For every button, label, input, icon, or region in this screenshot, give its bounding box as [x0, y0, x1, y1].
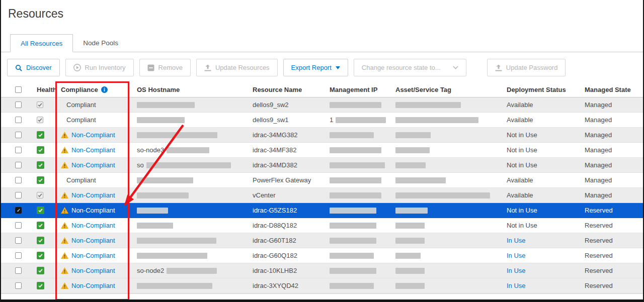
row-checkbox[interactable]: [15, 117, 22, 123]
resource-name: vCenter: [253, 191, 276, 199]
redacted-os-hostname: [167, 147, 209, 153]
update-resources-button[interactable]: Update Resources: [196, 59, 278, 76]
redacted-management-ip: [336, 117, 386, 123]
managed-state: Managed: [585, 131, 612, 139]
deployment-status[interactable]: In Use: [507, 282, 526, 289]
row-checkbox[interactable]: [15, 222, 22, 229]
health-check-icon: [37, 237, 44, 244]
tab-node-pools[interactable]: Node Pools: [73, 34, 128, 52]
remove-button[interactable]: Remove: [139, 59, 191, 76]
deployment-status[interactable]: In Use: [507, 237, 526, 244]
tab-all-resources[interactable]: All Resources: [10, 34, 73, 52]
compliance-status[interactable]: Non-Compliant: [71, 267, 115, 274]
compliance-cell: Non-Compliant: [55, 218, 130, 233]
compliance-status[interactable]: Non-Compliant: [71, 252, 115, 259]
table-row[interactable]: Non-Compliant idrac-D88Q182 Not in Use R…: [1, 218, 643, 233]
management-ip-cell: [323, 188, 388, 203]
row-checkbox[interactable]: [15, 162, 22, 168]
os-hostname-cell: [130, 113, 246, 127]
column-header-health[interactable]: Health: [26, 82, 55, 97]
table-row[interactable]: Non-Compliant idrac-G5ZS182 Not in Use R…: [1, 203, 643, 218]
update-password-button[interactable]: Update Password: [487, 59, 566, 76]
compliance-status[interactable]: Non-Compliant: [71, 131, 115, 139]
os-hostname-text: so-node3: [137, 146, 164, 154]
redacted-management-ip: [330, 102, 381, 108]
row-checkbox[interactable]: [15, 282, 22, 289]
table-row[interactable]: Non-Compliant so-node3 idrac-34MF382 Not…: [1, 143, 643, 158]
column-header-os-hostname[interactable]: OS Hostname: [130, 82, 246, 97]
change-resource-state-select[interactable]: Change resource state to...: [354, 59, 466, 76]
resource-name-cell: idrac-G60Q182: [246, 248, 323, 263]
asset-service-tag-cell: [388, 128, 500, 142]
compliance-status[interactable]: Non-Compliant: [71, 282, 115, 289]
compliance-status[interactable]: Non-Compliant: [71, 161, 115, 169]
compliance-status[interactable]: Non-Compliant: [71, 191, 115, 199]
table-row[interactable]: Non-Compliant so idrac-34MD382 Not in Us…: [1, 158, 643, 173]
discover-button[interactable]: Discover: [7, 59, 60, 76]
deployment-status[interactable]: In Use: [507, 252, 526, 259]
column-header-deployment-status[interactable]: Deployment Status: [500, 82, 578, 97]
compliance-status[interactable]: Non-Compliant: [71, 207, 115, 214]
redacted-asset-tag: [395, 177, 446, 183]
redacted-os-hostname: [137, 283, 212, 289]
table-row[interactable]: Compliant PowerFlex Gateway Available Ma…: [1, 173, 643, 188]
compliance-cell: Non-Compliant: [55, 248, 130, 263]
table-row[interactable]: Non-Compliant idrac-34MG382 Not in Use M…: [1, 128, 643, 143]
select-all-checkbox[interactable]: [15, 86, 22, 93]
run-inventory-button[interactable]: Run Inventory: [65, 59, 134, 76]
row-checkbox[interactable]: [15, 147, 22, 153]
managed-state: Reserved: [585, 222, 613, 229]
asset-service-tag-cell: [388, 97, 500, 112]
health-cell: [26, 128, 55, 142]
row-checkbox[interactable]: [15, 237, 22, 244]
info-icon[interactable]: [101, 86, 108, 93]
health-check-icon: [37, 207, 44, 214]
managed-state-cell: Reserved: [578, 278, 643, 293]
redacted-os-hostname: [137, 208, 168, 214]
table-row[interactable]: Compliant dellos9_sw1 1 Available Manage…: [1, 113, 643, 128]
column-header-managed-state[interactable]: Managed State: [578, 82, 643, 97]
managed-state: Managed: [585, 101, 612, 109]
resource-name-cell: idrac-34MG382: [246, 128, 323, 142]
managed-state: Managed: [585, 191, 612, 199]
column-header-resource-name[interactable]: Resource Name: [246, 82, 323, 97]
compliance-status[interactable]: Non-Compliant: [71, 237, 115, 244]
row-checkbox[interactable]: [15, 102, 22, 108]
asset-service-tag-cell: [388, 158, 500, 172]
deployment-status-cell: In Use: [500, 278, 578, 293]
table-row[interactable]: Non-Compliant so-node2 idrac-10KLHB2 In …: [1, 263, 643, 278]
export-report-button[interactable]: Export Report: [283, 59, 348, 76]
row-checkbox-cell: [1, 143, 26, 157]
compliance-status[interactable]: Non-Compliant: [71, 146, 115, 154]
column-header-asset-service-tag[interactable]: Asset/Service Tag: [388, 82, 500, 97]
compliance-cell: Non-Compliant: [55, 203, 130, 218]
deployment-status[interactable]: In Use: [507, 267, 526, 274]
table-row[interactable]: Non-Compliant idrac-3XYQD42 In Use Reser…: [1, 278, 643, 293]
row-checkbox[interactable]: [15, 132, 22, 138]
table-row[interactable]: Non-Compliant vCenter Available Managed: [1, 188, 643, 203]
managed-state-cell: Reserved: [578, 203, 643, 218]
column-header-compliance[interactable]: Compliance: [55, 82, 130, 97]
asset-service-tag-cell: [388, 203, 500, 218]
table-row[interactable]: Non-Compliant idrac-G60Q182 In Use Reser…: [1, 248, 643, 263]
compliance-status: Compliant: [66, 116, 96, 124]
table-row[interactable]: Compliant dellos9_sw2 Available Managed: [1, 97, 643, 113]
compliance-cell: Non-Compliant: [55, 278, 130, 293]
compliance-status[interactable]: Non-Compliant: [71, 222, 115, 229]
column-header-management-ip[interactable]: Management IP: [323, 82, 388, 97]
redacted-os-hostname: [137, 117, 185, 123]
row-checkbox[interactable]: [15, 192, 22, 198]
asset-service-tag-cell: [388, 113, 500, 127]
row-checkbox[interactable]: [15, 177, 22, 183]
row-checkbox[interactable]: [15, 267, 22, 274]
asset-service-tag-cell: [388, 263, 500, 278]
table-row[interactable]: Non-Compliant idrac-G60T182 In Use Reser…: [1, 233, 643, 248]
compliance-status: Compliant: [66, 101, 96, 109]
deployment-status-cell: Not in Use: [500, 203, 578, 218]
minus-square-icon: [147, 64, 154, 71]
row-checkbox[interactable]: [15, 207, 22, 214]
compliance-cell: Non-Compliant: [55, 158, 130, 172]
compliance-cell: Non-Compliant: [55, 188, 130, 203]
warning-icon: [61, 162, 68, 168]
row-checkbox[interactable]: [15, 252, 22, 259]
